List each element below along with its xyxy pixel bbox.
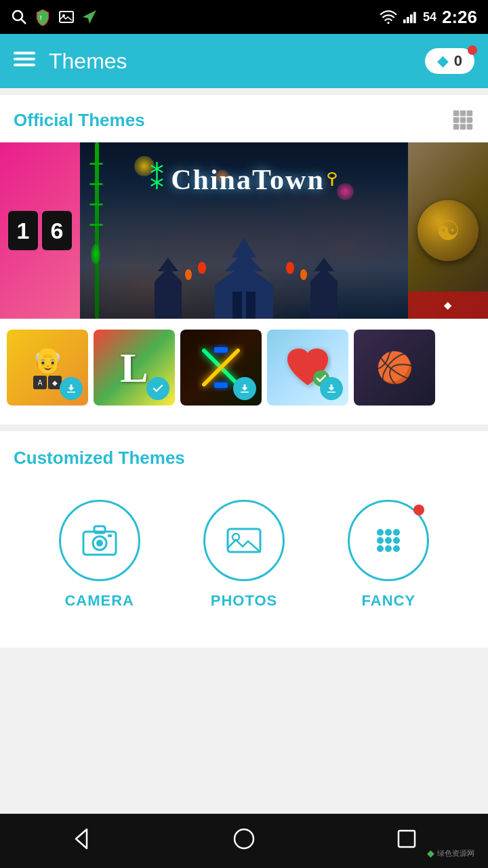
svg-rect-41: [214, 347, 228, 353]
svg-rect-42: [214, 382, 228, 388]
theme-bball[interactable]: 🏀: [354, 330, 435, 406]
photos-label: PHOTOS: [211, 592, 278, 610]
theme-trump[interactable]: 👴 A ◆: [7, 330, 88, 406]
svg-line-1: [21, 19, 26, 24]
download-badge-neon[interactable]: [233, 377, 256, 400]
fancy-circle[interactable]: [348, 500, 429, 581]
svg-point-54: [385, 529, 392, 536]
coin-tile[interactable]: ☯ ◆: [408, 142, 488, 319]
svg-rect-13: [453, 111, 460, 117]
svg-point-35: [185, 269, 192, 280]
svg-point-56: [377, 537, 384, 544]
svg-rect-38: [67, 392, 75, 393]
svg-rect-33: [310, 281, 338, 319]
send-icon: [81, 9, 98, 25]
search-icon: [11, 9, 27, 25]
svg-point-60: [385, 545, 392, 552]
chinatown-title-container: ⁑ ChinaTown ߉: [150, 163, 338, 196]
svg-rect-43: [241, 392, 249, 393]
gem-count: 0: [454, 52, 462, 70]
status-bar-right: 54 2:26: [380, 7, 477, 28]
chinatown-title: ChinaTown: [171, 163, 325, 196]
theme-heart[interactable]: [267, 330, 348, 406]
svg-point-48: [96, 540, 103, 547]
svg-rect-20: [460, 124, 466, 130]
svg-rect-50: [108, 534, 112, 537]
svg-rect-25: [215, 285, 273, 319]
fancy-item[interactable]: FANCY: [348, 500, 429, 610]
svg-point-34: [198, 262, 206, 274]
camera-label: CAMERA: [64, 592, 134, 610]
signal-icon: [403, 9, 418, 24]
shield-icon: !: [34, 8, 52, 26]
customized-themes-header: Customized Themes: [0, 448, 488, 479]
app-bar: Themes ◆ 0: [0, 34, 488, 88]
svg-point-36: [286, 262, 294, 274]
svg-rect-16: [453, 117, 460, 123]
svg-marker-62: [76, 829, 87, 848]
svg-rect-26: [232, 292, 242, 319]
theme-thumbnails-row: 👴 A ◆ L: [0, 319, 488, 408]
chinatown-banner[interactable]: ⁑ ChinaTown ߉: [80, 142, 408, 319]
gem-icon: ◆: [437, 52, 449, 70]
svg-rect-30: [155, 281, 182, 319]
recent-apps-button[interactable]: [381, 820, 432, 863]
home-button[interactable]: [218, 820, 270, 863]
clock-tile[interactable]: 1 6: [0, 142, 80, 319]
notification-dot: [468, 45, 477, 55]
svg-rect-17: [460, 117, 466, 123]
status-time: 2:26: [442, 7, 477, 28]
official-themes-title: Official Themes: [14, 110, 145, 131]
svg-marker-24: [215, 264, 273, 285]
fancy-label: FANCY: [362, 592, 416, 610]
svg-rect-45: [327, 392, 336, 393]
svg-rect-7: [407, 17, 409, 23]
custom-icons-row: CAMERA PHOTOS: [0, 479, 488, 620]
grid-view-icon[interactable]: [451, 108, 474, 132]
svg-point-63: [235, 829, 253, 848]
check-badge-lawnchair: [146, 377, 169, 400]
svg-text:!: !: [40, 14, 42, 21]
status-bar-left: !: [11, 8, 98, 26]
customized-themes-section: Customized Themes CAMERA: [0, 431, 488, 648]
app-bar-left: Themes: [14, 48, 127, 75]
customized-themes-title: Customized Themes: [14, 448, 185, 469]
gem-badge[interactable]: ◆ 0: [425, 48, 474, 74]
svg-rect-14: [460, 111, 466, 117]
wifi-icon: [380, 9, 397, 24]
photos-item[interactable]: PHOTOS: [203, 500, 285, 610]
svg-point-58: [393, 537, 400, 544]
official-themes-section: Official Themes 1 6: [0, 95, 488, 425]
svg-point-55: [393, 529, 400, 536]
download-badge-heart[interactable]: [320, 377, 343, 400]
download-badge-trump[interactable]: [60, 377, 83, 400]
svg-rect-18: [467, 117, 473, 123]
svg-rect-12: [14, 63, 35, 66]
theme-lawnchair[interactable]: L: [94, 330, 175, 406]
svg-rect-8: [410, 14, 413, 23]
fancy-notification-dot: [413, 505, 424, 515]
camera-item[interactable]: CAMERA: [59, 500, 140, 610]
app-title: Themes: [49, 49, 127, 74]
status-bar: ! 54 2:26: [0, 0, 488, 34]
svg-point-53: [377, 529, 384, 536]
svg-rect-64: [399, 831, 415, 847]
bottom-nav: ◆ 绿色资源网: [0, 814, 488, 868]
svg-point-57: [385, 537, 392, 544]
svg-rect-49: [94, 526, 105, 533]
svg-rect-15: [467, 111, 473, 117]
svg-rect-10: [14, 52, 35, 54]
svg-point-5: [387, 22, 389, 24]
svg-marker-29: [155, 268, 182, 281]
svg-rect-9: [413, 12, 416, 23]
official-themes-header: Official Themes: [0, 108, 488, 142]
theme-neon[interactable]: [180, 330, 262, 406]
banner-carousel[interactable]: 1 6 ⁑ ChinaTown: [0, 142, 488, 319]
clock-digit-1: 1: [8, 211, 38, 250]
clock-digit-2: 6: [42, 211, 72, 250]
battery-level: 54: [423, 10, 436, 24]
camera-circle[interactable]: [59, 500, 140, 581]
photos-circle[interactable]: [203, 500, 285, 581]
back-button[interactable]: [56, 820, 107, 863]
menu-button[interactable]: [14, 48, 35, 75]
